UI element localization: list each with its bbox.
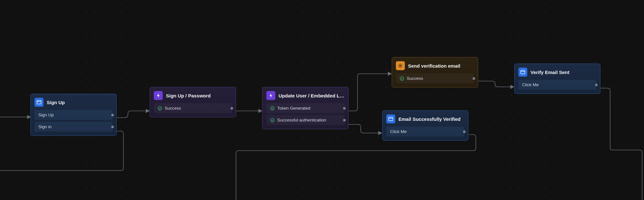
output-port[interactable] <box>343 107 346 110</box>
lightning-icon <box>266 91 275 100</box>
node-row[interactable]: Success <box>396 73 474 83</box>
node-header: Verify Email Sent <box>518 68 596 80</box>
flow-canvas[interactable]: Sign Up Sign Up Sign in Sign Up / Passwo… <box>0 0 644 200</box>
node-row[interactable]: Click Me <box>518 80 596 90</box>
svg-point-5 <box>400 65 401 66</box>
browser-icon <box>518 68 527 77</box>
svg-rect-7 <box>389 117 393 121</box>
lightning-icon <box>154 91 163 100</box>
node-update-user[interactable]: Update User / Embedded Link /… Token Gen… <box>262 87 349 129</box>
browser-icon <box>35 98 43 107</box>
node-sign-up-password[interactable]: Sign Up / Password Success <box>150 87 236 117</box>
node-header: Send verification email <box>396 61 474 73</box>
node-title: Sign Up <box>47 100 113 105</box>
row-label: Sign Up <box>38 113 54 117</box>
success-icon <box>270 118 275 122</box>
success-icon <box>158 106 162 111</box>
row-label: Click Me <box>522 82 539 87</box>
output-port[interactable] <box>111 126 114 128</box>
row-label: Successful authentication <box>277 118 326 122</box>
node-header: Email Successfully Verified <box>386 114 464 127</box>
svg-rect-9 <box>521 71 525 74</box>
node-row[interactable]: Success <box>154 103 232 113</box>
output-port[interactable] <box>111 114 114 116</box>
output-port[interactable] <box>595 84 598 86</box>
browser-icon <box>386 114 395 123</box>
row-label: Sign in <box>38 124 51 129</box>
node-title: Sign Up / Password <box>166 93 232 98</box>
row-label: Success <box>165 106 181 111</box>
node-title: Send verification email <box>408 63 474 69</box>
node-title: Email Successfully Verified <box>398 116 464 122</box>
node-row[interactable]: Sign in <box>35 122 113 132</box>
row-label: Token Generated <box>277 106 310 111</box>
success-icon <box>270 106 275 111</box>
row-label: Click Me <box>390 129 407 134</box>
output-port[interactable] <box>463 130 466 133</box>
node-title: Verify Email Sent <box>530 70 596 75</box>
node-send-verification-email[interactable]: Send verification email Success <box>392 57 478 88</box>
output-port[interactable] <box>231 107 233 110</box>
node-row[interactable]: Token Generated <box>266 103 344 113</box>
node-verify-email-sent[interactable]: Verify Email Sent Click Me <box>514 63 601 94</box>
node-header: Sign Up / Password <box>154 91 232 103</box>
output-port[interactable] <box>343 119 346 121</box>
node-row[interactable]: Successful authentication <box>266 115 344 125</box>
node-header: Update User / Embedded Link /… <box>266 91 344 103</box>
output-port[interactable] <box>473 77 475 80</box>
node-header: Sign Up <box>35 98 113 110</box>
svg-rect-0 <box>37 101 41 104</box>
gear-icon <box>396 61 405 70</box>
node-sign-up[interactable]: Sign Up Sign Up Sign in <box>30 94 117 136</box>
success-icon <box>400 76 404 81</box>
node-row[interactable]: Click Me <box>386 127 464 137</box>
row-label: Success <box>407 76 423 81</box>
node-email-verified[interactable]: Email Successfully Verified Click Me <box>382 110 468 141</box>
node-title: Update User / Embedded Link /… <box>279 93 344 98</box>
node-row[interactable]: Sign Up <box>35 110 113 120</box>
